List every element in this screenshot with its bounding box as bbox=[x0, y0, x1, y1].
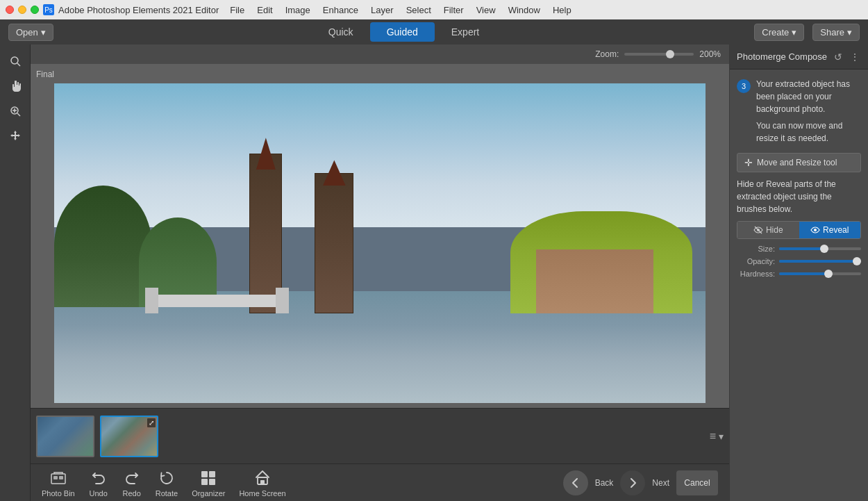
hand-tool[interactable] bbox=[4, 75, 26, 97]
menu-bar: File Edit Image Enhance Layer Select Fil… bbox=[224, 3, 576, 17]
step-text-2: You can now move and resize it as needed… bbox=[756, 120, 861, 145]
canvas-viewport[interactable]: Final bbox=[31, 64, 729, 408]
reveal-label: Reveal bbox=[823, 225, 849, 235]
titlebar: Ps Adobe Photoshop Elements 2021 Editor … bbox=[0, 0, 868, 19]
minimize-button[interactable] bbox=[18, 6, 26, 14]
panel-body: 3 Your extracted object has been placed … bbox=[730, 69, 868, 501]
close-button[interactable] bbox=[6, 6, 14, 14]
move-resize-icon: ✛ bbox=[744, 157, 753, 168]
trees-left bbox=[54, 186, 152, 307]
content-area: Zoom: 200% Final bbox=[0, 44, 868, 501]
filmstrip-controls: ≡ ▾ bbox=[710, 430, 724, 443]
svg-rect-13 bbox=[201, 479, 208, 485]
svg-rect-12 bbox=[209, 471, 215, 477]
menu-enhance[interactable]: Enhance bbox=[317, 3, 364, 17]
menu-layer[interactable]: Layer bbox=[365, 3, 399, 17]
svg-rect-14 bbox=[209, 479, 215, 485]
maximize-button[interactable] bbox=[31, 6, 39, 14]
share-button[interactable]: Share ▾ bbox=[812, 24, 860, 41]
zoom-tool[interactable] bbox=[4, 100, 26, 122]
step-description: Your extracted object has been placed on… bbox=[756, 78, 861, 145]
size-fill bbox=[779, 247, 824, 250]
menu-file[interactable]: File bbox=[224, 3, 250, 17]
tab-guided[interactable]: Guided bbox=[370, 22, 435, 42]
tower-right bbox=[315, 173, 353, 313]
next-button[interactable] bbox=[620, 470, 645, 495]
search-tool[interactable] bbox=[4, 50, 26, 72]
reveal-button[interactable]: Reveal bbox=[799, 222, 861, 238]
filmstrip-thumb-1[interactable] bbox=[36, 416, 94, 457]
create-button[interactable]: Create ▾ bbox=[754, 24, 804, 41]
back-button[interactable] bbox=[563, 470, 588, 495]
menu-view[interactable]: View bbox=[471, 3, 501, 17]
redo-tool[interactable]: Redo bbox=[122, 468, 142, 498]
hardness-slider[interactable] bbox=[779, 272, 861, 275]
left-toolbox bbox=[0, 44, 31, 501]
undo-tool[interactable]: Undo bbox=[89, 468, 108, 498]
next-label: Next bbox=[652, 478, 669, 488]
menu-select[interactable]: Select bbox=[401, 3, 437, 17]
svg-rect-10 bbox=[59, 476, 63, 479]
houses bbox=[536, 249, 653, 313]
tab-quick[interactable]: Quick bbox=[312, 22, 370, 42]
tab-expert[interactable]: Expert bbox=[435, 22, 496, 42]
app-icon: Ps bbox=[43, 4, 54, 15]
redo-icon bbox=[122, 468, 142, 488]
canvas-image bbox=[54, 83, 706, 403]
nav-buttons: Back Next Cancel bbox=[563, 470, 718, 495]
right-panel: Photomerge Compose ↺ ⋮ 3 Your extracted … bbox=[729, 44, 868, 501]
app-name: Adobe Photoshop Elements 2021 Editor bbox=[58, 5, 219, 15]
opacity-knob[interactable] bbox=[853, 257, 861, 265]
open-button[interactable]: Open ▾ bbox=[8, 24, 53, 41]
menu-filter[interactable]: Filter bbox=[438, 3, 469, 17]
panel-settings-icon[interactable]: ⋮ bbox=[849, 51, 861, 63]
svg-rect-11 bbox=[201, 471, 208, 477]
bridge-post-right bbox=[276, 288, 289, 313]
panel-icons: ↺ ⋮ bbox=[832, 51, 861, 63]
hardness-fill bbox=[779, 272, 828, 275]
photo-bin-tool[interactable]: Photo Bin bbox=[42, 468, 75, 498]
panel-title: Photomerge Compose bbox=[737, 51, 827, 62]
hardness-knob[interactable] bbox=[824, 270, 833, 278]
filmstrip-expand-icon[interactable]: ▾ bbox=[719, 431, 724, 442]
home-screen-label: Home Screen bbox=[239, 489, 285, 498]
cancel-button[interactable]: Cancel bbox=[676, 470, 718, 495]
move-resize-button[interactable]: ✛ Move and Resize tool bbox=[737, 153, 861, 172]
menu-window[interactable]: Window bbox=[503, 3, 546, 17]
organizer-tool[interactable]: Organizer bbox=[192, 468, 225, 498]
home-screen-tool[interactable]: Home Screen bbox=[239, 468, 285, 498]
chevron-down-icon: ▾ bbox=[792, 27, 796, 38]
toolbar-right: Create ▾ Share ▾ bbox=[754, 24, 860, 41]
cancel-label: Cancel bbox=[684, 478, 710, 488]
chevron-down-icon: ▾ bbox=[41, 27, 46, 38]
rotate-tool[interactable]: Rotate bbox=[156, 468, 178, 498]
svg-line-5 bbox=[17, 113, 20, 116]
size-slider[interactable] bbox=[779, 247, 861, 250]
back-label: Back bbox=[595, 478, 614, 488]
move-tool[interactable] bbox=[4, 125, 26, 147]
organizer-label: Organizer bbox=[192, 489, 225, 498]
menu-image[interactable]: Image bbox=[280, 3, 316, 17]
rotate-label: Rotate bbox=[156, 489, 178, 498]
panel-header: Photomerge Compose ↺ ⋮ bbox=[730, 44, 868, 69]
size-knob[interactable] bbox=[820, 245, 828, 253]
svg-rect-9 bbox=[53, 476, 58, 479]
opacity-fill bbox=[779, 260, 857, 263]
undo-icon bbox=[89, 468, 108, 488]
filmstrip-thumb-2[interactable]: ⤢ bbox=[100, 416, 158, 457]
hide-label: Hide bbox=[766, 225, 783, 235]
zoom-slider[interactable] bbox=[624, 53, 694, 56]
undo-label: Undo bbox=[90, 489, 108, 498]
size-label: Size: bbox=[737, 245, 775, 253]
opacity-slider[interactable] bbox=[779, 260, 861, 263]
svg-point-19 bbox=[814, 229, 817, 231]
filmstrip: ⤢ ≡ ▾ bbox=[31, 408, 729, 463]
bridge bbox=[145, 295, 288, 307]
panel-refresh-icon[interactable]: ↺ bbox=[832, 51, 844, 63]
menu-help[interactable]: Help bbox=[547, 3, 577, 17]
bottom-toolbar: Photo Bin Undo Redo bbox=[31, 463, 729, 501]
menu-edit[interactable]: Edit bbox=[251, 3, 278, 17]
hide-button[interactable]: Hide bbox=[737, 222, 799, 238]
filmstrip-menu-icon[interactable]: ≡ bbox=[710, 430, 716, 443]
step-text-1: Your extracted object has been placed on… bbox=[756, 78, 861, 115]
